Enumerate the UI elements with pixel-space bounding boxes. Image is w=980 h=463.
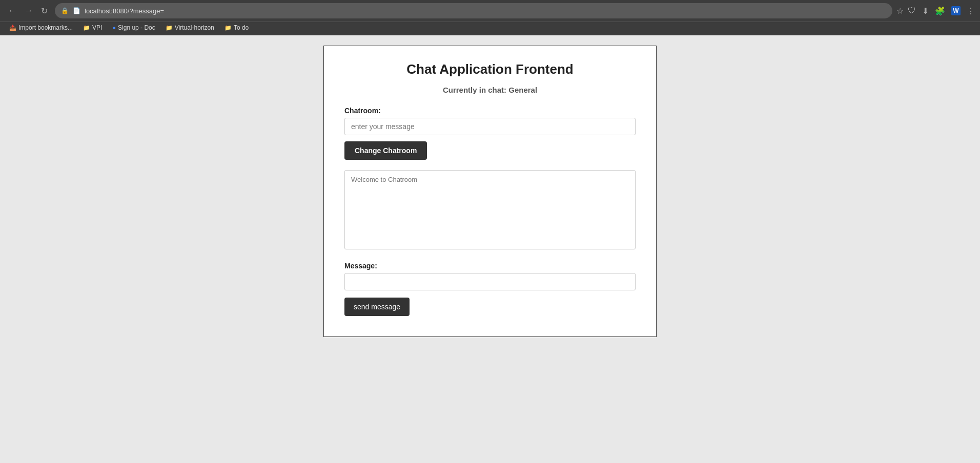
url-text: localhost:8080/?message=	[85, 7, 886, 15]
page-title: Chat Application Frontend	[344, 61, 636, 77]
page-icon: 📄	[73, 7, 80, 14]
import-icon: 📥	[9, 25, 16, 31]
send-message-button[interactable]: send message	[344, 298, 410, 316]
bookmark-vpi[interactable]: 📁 VPI	[79, 23, 106, 32]
download-icon[interactable]: ⬇	[922, 6, 929, 16]
chat-container: Chat Application Frontend Currently in c…	[323, 46, 657, 337]
browser-chrome: ← → ↻ 🔒 📄 localhost:8080/?message= ☆ 🛡 ⬇…	[0, 0, 980, 35]
bookmarks-bar: 📥 Import bookmarks... 📁 VPI ● Sign up - …	[0, 22, 980, 35]
chatroom-label: Chatroom:	[344, 107, 636, 115]
page-content: Chat Application Frontend Currently in c…	[0, 35, 980, 462]
change-chatroom-button[interactable]: Change Chatroom	[344, 141, 427, 160]
word-icon[interactable]: W	[951, 6, 961, 15]
message-label: Message:	[344, 262, 636, 270]
bookmark-import[interactable]: 📥 Import bookmarks...	[5, 23, 77, 32]
menu-icon[interactable]: ⋮	[967, 6, 975, 16]
current-chat-label: Currently in chat: General	[344, 86, 636, 94]
chatroom-section: Chatroom: Change Chatroom	[344, 107, 636, 170]
bookmark-star-icon[interactable]: ☆	[896, 6, 904, 16]
toolbar-right: 🛡 ⬇ 🧩 W ⋮	[908, 6, 975, 16]
shield-icon[interactable]: 🛡	[908, 6, 916, 15]
bookmark-todo-label: To do	[234, 24, 249, 31]
bookmark-vh-label: Virtual-horizon	[175, 24, 214, 31]
folder-icon-vh: 📁	[166, 25, 173, 31]
message-input[interactable]	[344, 273, 636, 290]
chatroom-input[interactable]	[344, 118, 636, 135]
nav-buttons: ← → ↻	[5, 4, 51, 18]
bookmark-signup[interactable]: ● Sign up - Doc	[108, 23, 159, 32]
bookmark-todo[interactable]: 📁 To do	[220, 23, 253, 32]
extensions-icon[interactable]: 🧩	[935, 6, 945, 16]
chat-display-section	[344, 170, 636, 262]
folder-icon-todo: 📁	[224, 25, 232, 31]
forward-button[interactable]: →	[22, 4, 36, 17]
bookmark-import-label: Import bookmarks...	[18, 24, 73, 31]
browser-toolbar: ← → ↻ 🔒 📄 localhost:8080/?message= ☆ 🛡 ⬇…	[0, 0, 980, 22]
back-button[interactable]: ←	[5, 4, 19, 17]
refresh-button[interactable]: ↻	[38, 4, 51, 18]
message-section: Message: send message	[344, 262, 636, 316]
bookmark-signup-label: Sign up - Doc	[118, 24, 155, 31]
chrome-icon-signup: ●	[112, 25, 116, 31]
lock-icon: 🔒	[61, 7, 69, 14]
chat-display-textarea[interactable]	[344, 170, 636, 249]
address-bar[interactable]: 🔒 📄 localhost:8080/?message=	[55, 3, 892, 18]
bookmark-virtual-horizon[interactable]: 📁 Virtual-horizon	[161, 23, 218, 32]
bookmark-vpi-label: VPI	[92, 24, 102, 31]
folder-icon-vpi: 📁	[83, 25, 90, 31]
